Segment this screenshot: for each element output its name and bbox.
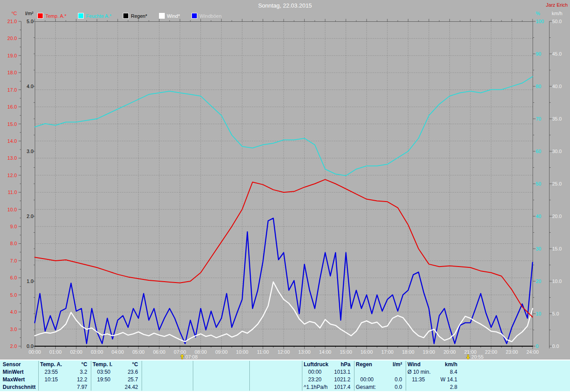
table-cell-time bbox=[92, 384, 93, 390]
table-cell-time: 11:35 bbox=[407, 376, 425, 383]
table-cell-row: 23:553.2 bbox=[39, 369, 89, 375]
table-cell-value: km/h bbox=[445, 361, 459, 368]
temp-tick-label: 10.0 bbox=[1, 207, 17, 212]
rain-tick-label: 5.0 bbox=[18, 19, 33, 24]
wind-tick-label: 0.0 bbox=[552, 344, 569, 349]
time-tick-label: 09:00 bbox=[212, 350, 230, 355]
humidity-tick-label: 80 bbox=[536, 84, 549, 89]
table-column-separator bbox=[302, 361, 302, 391]
time-tick-label: 15:00 bbox=[337, 350, 355, 355]
table-cell-row: Regenl/m² bbox=[355, 361, 404, 368]
wind-tick-label: 10.0 bbox=[552, 279, 569, 284]
time-tick-label: 00:00 bbox=[26, 350, 44, 355]
table-cell-row: 10:1512.2 bbox=[39, 376, 89, 383]
table-cell-value: l/m² bbox=[393, 361, 404, 368]
table-cell-time bbox=[407, 384, 407, 390]
temp-tick-label: 7.0 bbox=[1, 259, 17, 263]
table-cell-time: 23:20 bbox=[303, 376, 322, 383]
humidity-tick-label: 40 bbox=[536, 214, 549, 219]
time-tick-label: 06:00 bbox=[151, 350, 168, 355]
table-cell-time: Luftdruck bbox=[303, 361, 328, 368]
temp-tick-label: 8.0 bbox=[1, 241, 17, 246]
table-cell-row: Gesamt:0.0 bbox=[355, 384, 404, 390]
time-tick-label: 22:00 bbox=[482, 350, 500, 355]
sunset-marker: 20:55 bbox=[466, 354, 484, 360]
table-cell-value: 24.42 bbox=[125, 384, 140, 390]
sunrise-icon bbox=[180, 354, 184, 360]
temp-tick-label: 17.0 bbox=[1, 88, 17, 93]
table-cell-row: 00:000.0 bbox=[355, 376, 404, 383]
statistics-table: SensorMinWertMaxWertDurchschnittTemp. A.… bbox=[0, 360, 570, 391]
temp-tick-label: 6.0 bbox=[1, 275, 17, 280]
table-cell-value: 1013.1 bbox=[334, 369, 352, 375]
rain-tick-label: 4.0 bbox=[18, 84, 33, 89]
rain-tick-label: 3.0 bbox=[18, 149, 33, 154]
table-cell-row: Temp. A.°C bbox=[39, 361, 89, 368]
table-cell-value: hPa bbox=[341, 361, 352, 368]
wind-tick-label: 30.0 bbox=[552, 149, 569, 154]
time-tick-label: 05:00 bbox=[130, 350, 147, 355]
table-cell-value: °C bbox=[81, 361, 89, 368]
table-cell-row: Windkm/h bbox=[407, 361, 459, 368]
table-cell-row: Temp. I.°C bbox=[92, 361, 140, 368]
humidity-tick-label: 50 bbox=[536, 182, 549, 186]
chart-plot bbox=[0, 0, 570, 360]
wind-tick-label: 20.0 bbox=[552, 214, 569, 219]
table-cell-value: 23.6 bbox=[128, 369, 140, 375]
temp-tick-label: 16.0 bbox=[1, 105, 17, 109]
table-column-separator bbox=[193, 361, 193, 391]
humidity-tick-label: 60 bbox=[536, 149, 549, 154]
table-column-separator bbox=[406, 361, 406, 391]
weather-day-chart-screen: Sonntag, 22.03.2015 Jarz Erich °C l/m² %… bbox=[0, 0, 570, 392]
table-cell-time: 10:15 bbox=[39, 376, 58, 383]
table-column-separator bbox=[142, 361, 142, 391]
table-cell-value: 0.0 bbox=[395, 376, 404, 383]
sunrise-marker: 07:08 bbox=[180, 354, 198, 360]
table-cell-time: Temp. I. bbox=[92, 361, 112, 368]
table-cell-time: Temp. A. bbox=[39, 361, 62, 368]
table-row-label: Durchschnitt bbox=[3, 384, 36, 390]
temp-tick-label: 5.0 bbox=[1, 293, 17, 298]
table-cell-value: °C bbox=[132, 361, 140, 368]
table-cell-time: Gesamt: bbox=[355, 384, 376, 390]
table-cell-row: 03:5023.6 bbox=[92, 369, 140, 375]
table-cell-row: 2.8 bbox=[407, 384, 459, 390]
table-cell-value: 3.2 bbox=[80, 369, 89, 375]
rain-tick-label: 2.0 bbox=[18, 214, 33, 219]
humidity-tick-label: 90 bbox=[536, 52, 549, 57]
table-column-separator bbox=[249, 361, 250, 391]
time-tick-label: 10:00 bbox=[233, 350, 251, 355]
temp-tick-label: 15.0 bbox=[1, 122, 17, 127]
time-tick-label: 02:00 bbox=[67, 350, 85, 355]
table-cell-value: 1021.2 bbox=[334, 376, 352, 383]
time-tick-label: 24:00 bbox=[524, 350, 542, 355]
wind-tick-label: 40.0 bbox=[552, 84, 569, 89]
table-cell-row: LuftdruckhPa bbox=[303, 361, 352, 368]
humidity-tick-label: 100 bbox=[536, 19, 549, 24]
table-cell-value: 25.7 bbox=[128, 376, 140, 383]
table-cell-time bbox=[39, 384, 40, 390]
temp-tick-label: 11.0 bbox=[1, 190, 17, 195]
wind-tick-label: 25.0 bbox=[552, 182, 569, 186]
table-cell-value: 1017.4 bbox=[334, 384, 352, 390]
time-tick-label: 18:00 bbox=[399, 350, 417, 355]
temp-tick-label: 21.0 bbox=[1, 19, 17, 24]
table-cell-time: 00:00 bbox=[303, 369, 322, 375]
temp-tick-label: 14.0 bbox=[1, 139, 17, 144]
table-cell-row: ^1.1hPa/h1017.4 bbox=[303, 384, 352, 390]
time-tick-label: 11:00 bbox=[254, 350, 272, 355]
wind-tick-label: 5.0 bbox=[552, 311, 569, 316]
time-tick-label: 14:00 bbox=[316, 350, 334, 355]
table-cell-time: Regen bbox=[355, 361, 372, 368]
table-cell-value: W 14.1 bbox=[440, 376, 459, 383]
table-cell-row: 7.97 bbox=[39, 384, 89, 390]
table-column-separator bbox=[91, 361, 91, 391]
temp-tick-label: 4.0 bbox=[1, 310, 17, 315]
humidity-tick-label: 30 bbox=[536, 247, 549, 251]
temp-tick-label: 18.0 bbox=[1, 70, 17, 75]
table-cell-row: 23:201021.2 bbox=[303, 376, 352, 383]
table-cell-value: 7.97 bbox=[77, 384, 89, 390]
time-tick-label: 19:00 bbox=[420, 350, 438, 355]
table-cell-time: 19:50 bbox=[92, 376, 110, 383]
table-cell-value: 12.2 bbox=[77, 376, 89, 383]
